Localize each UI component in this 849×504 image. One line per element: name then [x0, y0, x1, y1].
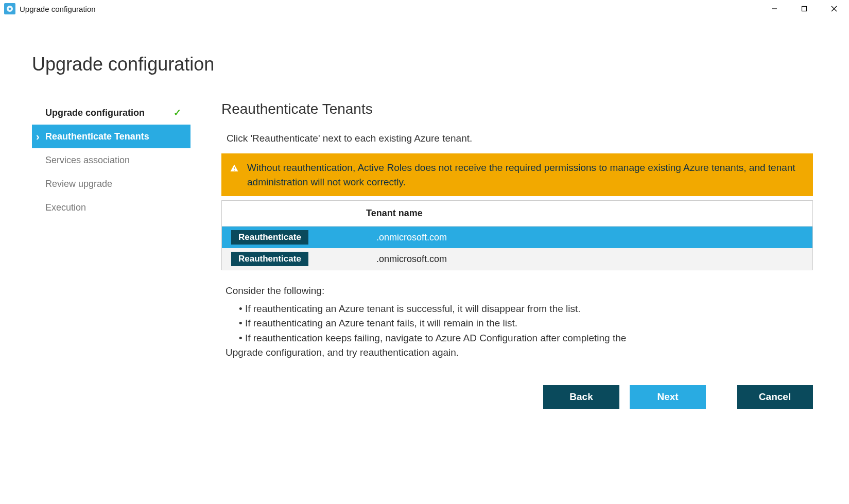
- svg-rect-7: [234, 170, 235, 171]
- consider-bullet: If reauthenticating an Azure tenant is s…: [239, 302, 813, 317]
- checkmark-icon: ✓: [174, 107, 181, 118]
- nav-item-label: Reauthenticate Tenants: [45, 131, 190, 142]
- nav-item-label: Upgrade configuration: [45, 108, 174, 118]
- reauthenticate-button[interactable]: Reauthenticate: [231, 230, 308, 245]
- nav-item-label: Services association: [45, 155, 190, 166]
- nav-item-label: Review upgrade: [45, 179, 190, 189]
- minimize-button[interactable]: [759, 0, 789, 18]
- svg-rect-3: [802, 7, 807, 11]
- nav-item-review-upgrade[interactable]: Review upgrade: [32, 172, 190, 196]
- table-header: Tenant name: [222, 201, 812, 227]
- window-controls: [759, 0, 849, 18]
- nav-item-upgrade-configuration[interactable]: Upgrade configuration ✓: [32, 101, 190, 125]
- consider-section: Consider the following: If reauthenticat…: [221, 284, 813, 360]
- maximize-button[interactable]: [789, 0, 819, 18]
- consider-bullet: If reauthentication keeps failing, navig…: [239, 331, 813, 346]
- cancel-button[interactable]: Cancel: [737, 385, 813, 409]
- consider-trail: Upgrade configuration, and try reauthent…: [221, 345, 813, 360]
- table-row[interactable]: Reauthenticate .onmicrosoft.com: [222, 248, 812, 270]
- svg-rect-6: [234, 167, 235, 169]
- reauthenticate-button[interactable]: Reauthenticate: [231, 252, 308, 266]
- tenant-table: Tenant name Reauthenticate .onmicrosoft.…: [221, 200, 813, 270]
- nav-item-execution[interactable]: Execution: [32, 196, 190, 219]
- consider-bullet: If reauthenticating an Azure tenant fail…: [239, 316, 813, 331]
- warning-banner: Without reauthentication, Active Roles d…: [221, 153, 813, 196]
- window-title: Upgrade configuration: [20, 5, 96, 13]
- next-button[interactable]: Next: [630, 385, 706, 409]
- page-title: Upgrade configuration: [32, 54, 849, 75]
- tenant-name-cell: .onmicrosoft.com: [325, 254, 812, 265]
- warning-text: Without reauthentication, Active Roles d…: [247, 162, 795, 187]
- svg-point-1: [9, 8, 11, 10]
- main-content: Reauthenticate Tenants Click 'Reauthenti…: [190, 101, 849, 409]
- back-button[interactable]: Back: [543, 385, 619, 409]
- app-icon: [4, 3, 15, 14]
- titlebar: Upgrade configuration: [0, 0, 849, 18]
- warning-icon: [230, 163, 239, 172]
- nav-item-services-association[interactable]: Services association: [32, 148, 190, 172]
- nav-item-reauthenticate-tenants[interactable]: Reauthenticate Tenants: [32, 125, 190, 148]
- nav-item-label: Execution: [45, 202, 190, 213]
- wizard-nav: Upgrade configuration ✓ Reauthenticate T…: [0, 101, 190, 409]
- table-row[interactable]: Reauthenticate .onmicrosoft.com: [222, 227, 812, 248]
- wizard-buttons: Back Next Cancel: [221, 385, 813, 409]
- column-header-tenant-name: Tenant name: [325, 208, 812, 219]
- tenant-name-cell: .onmicrosoft.com: [325, 232, 812, 243]
- section-title: Reauthenticate Tenants: [221, 101, 813, 117]
- consider-heading: Consider the following:: [221, 284, 813, 299]
- close-button[interactable]: [819, 0, 849, 18]
- instruction-text: Click 'Reauthenticate' next to each exis…: [221, 133, 813, 144]
